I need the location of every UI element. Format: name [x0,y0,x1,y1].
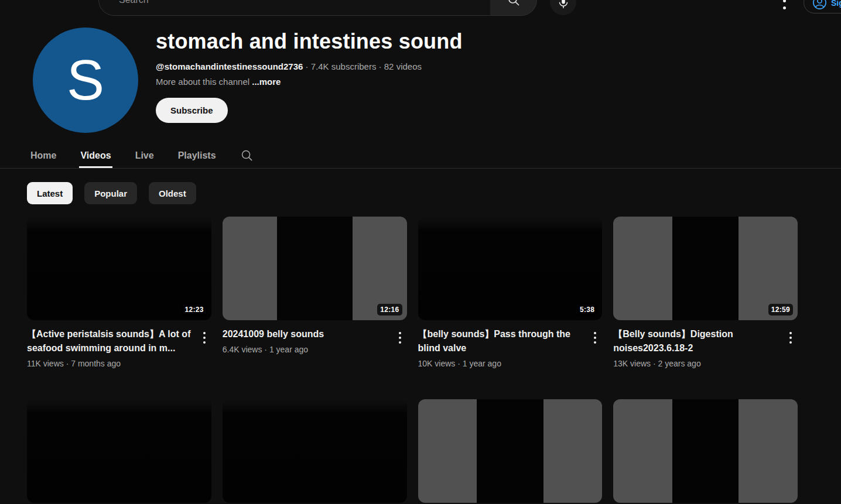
video-options-button[interactable] [588,327,602,389]
settings-menu-button[interactable] [781,0,788,9]
view-count: 13K views [613,359,651,368]
subscriber-count: 7.4K subscribers [311,61,377,71]
video-thumbnail[interactable]: 12:23 [27,217,211,320]
video-title[interactable]: 【Belly sounds】Digestion noises2023.6.18-… [613,327,784,355]
separator-dot: · [457,359,460,368]
video-card: 12:16 20241009 belly sounds 6.4K views ·… [223,217,407,389]
channel-avatar: S [33,28,138,133]
channel-handle: @stomachandintestinessound2736 [156,61,303,71]
sign-in-label: Sign in [831,0,841,8]
voice-search-button[interactable] [550,0,576,15]
chip-oldest[interactable]: Oldest [149,182,196,204]
sign-in-button[interactable]: Sign in [804,0,841,13]
top-app-bar: Sign in [0,0,841,16]
duration-badge: 5:38 [577,304,597,316]
view-count: 11K views [27,359,64,368]
avatar-letter: S [67,48,104,112]
video-card [27,399,211,503]
person-circle-icon [812,0,827,10]
channel-search-button[interactable] [239,142,255,168]
search-button[interactable] [490,0,537,16]
video-title[interactable]: 【belly sounds】Pass through the blind val… [418,327,589,355]
tab-home[interactable]: Home [29,143,57,168]
video-meta: 10K views · 1 year ago [418,359,589,368]
upload-age: 2 years ago [658,359,701,368]
search-input[interactable] [119,0,453,5]
channel-description: More about this channel ...more [156,77,463,87]
separator-dot: · [66,359,69,368]
view-count: 6.4K views [223,345,262,354]
video-thumbnail[interactable] [27,399,211,503]
filter-chip-bar: Latest Popular Oldest [27,182,841,204]
duration-badge: 12:23 [182,304,207,316]
upload-age: 7 months ago [71,359,121,368]
kebab-menu-icon [203,332,206,344]
video-thumbnail[interactable] [223,399,407,503]
more-link[interactable]: ...more [252,77,281,87]
video-thumbnail[interactable]: 12:16 [223,217,407,320]
video-thumbnail[interactable] [613,399,798,503]
separator-dot: · [306,61,309,71]
kebab-menu-icon [594,332,596,344]
video-title[interactable]: 【Active peristalsis sounds】A lot of seaf… [27,327,197,355]
microphone-icon [556,0,570,9]
video-card: 5:38 【belly sounds】Pass through the blin… [418,217,603,389]
video-thumbnail[interactable] [418,399,603,503]
upload-age: 1 year ago [269,345,308,354]
separator-dot: · [264,345,267,354]
tab-live[interactable]: Live [134,143,155,168]
kebab-menu-icon [783,0,786,9]
video-card: 12:23 【Active peristalsis sounds】A lot o… [27,217,211,389]
search-icon [507,0,521,7]
kebab-menu-icon [789,332,792,344]
duration-badge: 12:59 [768,304,793,316]
view-count: 10K views [418,359,456,368]
channel-header: S stomach and intestines sound @stomacha… [0,16,841,133]
video-options-button[interactable] [197,327,211,389]
separator-dot: · [379,61,382,71]
tab-videos[interactable]: Videos [79,143,112,168]
video-meta: 11K views · 7 months ago [27,359,197,368]
channel-title: stomach and intestines sound [156,29,463,54]
video-title[interactable]: 20241009 belly sounds [223,327,393,341]
channel-tab-bar: Home Videos Live Playlists [0,140,841,169]
chip-popular[interactable]: Popular [84,182,137,204]
video-count: 82 videos [384,61,422,71]
tab-playlists[interactable]: Playlists [177,143,217,168]
separator-dot: · [653,359,656,368]
video-thumbnail[interactable]: 12:59 [613,217,798,320]
upload-age: 1 year ago [463,359,501,368]
video-card: 12:59 【Belly sounds】Digestion noises2023… [613,217,798,389]
channel-meta: @stomachandintestinessound2736 · 7.4K su… [156,61,463,71]
video-options-button[interactable] [393,327,407,389]
duration-badge: 12:16 [377,304,402,316]
video-card [613,399,798,503]
subscribe-button[interactable]: Subscribe [156,98,228,123]
video-meta: 13K views · 2 years ago [613,359,784,368]
video-thumbnail[interactable]: 5:38 [418,217,603,320]
about-text: More about this channel [156,77,249,87]
chip-latest[interactable]: Latest [27,182,73,204]
video-card [223,399,407,503]
search-box[interactable] [98,0,490,16]
video-meta: 6.4K views · 1 year ago [223,345,393,354]
video-card [418,399,603,503]
search-icon [240,149,254,162]
kebab-menu-icon [399,332,401,344]
video-grid: 12:23 【Active peristalsis sounds】A lot o… [27,217,798,503]
video-options-button[interactable] [784,327,798,389]
